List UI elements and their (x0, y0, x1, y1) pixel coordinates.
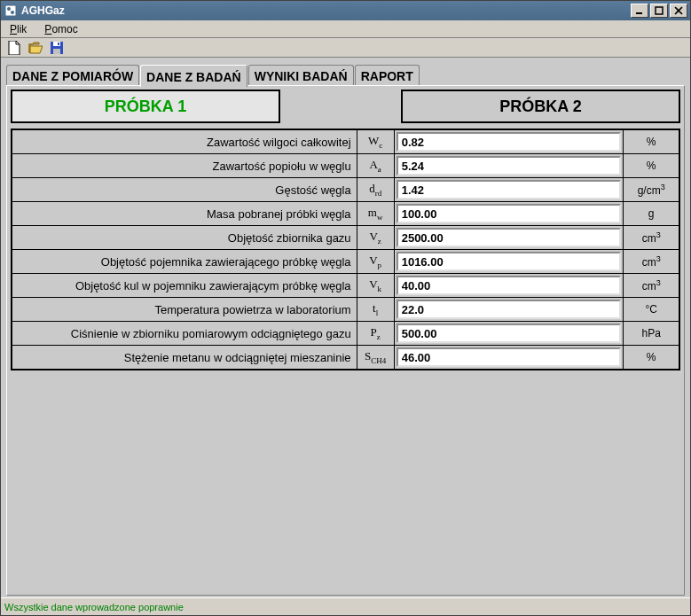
row-input-cell (394, 178, 624, 202)
table-row: Temperatura powietrza w laboratoriumtl°C (12, 298, 679, 322)
menu-bar: Plik Pomoc (1, 20, 690, 38)
svg-rect-9 (53, 49, 60, 54)
row-label: Ciśnienie w zbiorniku pomiarowym odciągn… (12, 322, 357, 346)
row-symbol: Vp (357, 250, 394, 274)
row-symbol: Pz (357, 322, 394, 346)
title-bar: AGHGaz (1, 1, 690, 20)
value-input[interactable] (397, 228, 622, 247)
value-input[interactable] (397, 204, 622, 223)
row-label: Temperatura powietrza w laboratorium (12, 298, 357, 322)
app-window: AGHGaz Plik Pomoc DANE Z POMIARÓW DANE Z… (0, 0, 691, 616)
row-symbol: tl (357, 298, 394, 322)
maximize-button[interactable] (650, 4, 668, 18)
row-unit: % (624, 129, 679, 154)
table-row: Masa pobranej próbki węglamwg (12, 202, 679, 226)
table-row: Gęstość węgladrdg/cm3 (12, 178, 679, 202)
row-input-cell (394, 274, 624, 298)
value-input[interactable] (397, 132, 622, 152)
row-input-cell (394, 154, 624, 178)
row-input-cell (394, 202, 624, 226)
row-label: Stężenie metanu w odciągniętej mieszanin… (12, 346, 357, 370)
content-area: DANE Z POMIARÓW DANE Z BADAŃ WYNIKI BADA… (1, 58, 690, 597)
svg-point-1 (7, 7, 11, 11)
row-unit: °C (624, 298, 679, 322)
table-row: Objętość zbiornika gazuVzcm3 (12, 226, 679, 250)
value-input[interactable] (397, 180, 622, 199)
table-row: Ciśnienie w zbiorniku pomiarowym odciągn… (12, 322, 679, 346)
svg-point-2 (11, 11, 14, 14)
table-row: Stężenie metanu w odciągniętej mieszanin… (12, 346, 679, 370)
toolbar (1, 38, 690, 58)
row-input-cell (394, 250, 624, 274)
tab-strip: DANE Z POMIARÓW DANE Z BADAŃ WYNIKI BADA… (6, 63, 685, 85)
row-input-cell (394, 346, 624, 370)
value-input[interactable] (397, 156, 622, 175)
close-button[interactable] (670, 4, 687, 18)
row-label: Zawartość popiołu w węglu (12, 154, 357, 178)
tab-pomiarow[interactable]: DANE Z POMIARÓW (6, 65, 139, 86)
row-label: Masa pobranej próbki węgla (12, 202, 357, 226)
svg-rect-4 (656, 7, 663, 14)
row-label: Zawartość wilgoci całkowitej (12, 129, 357, 154)
svg-rect-0 (5, 5, 16, 16)
save-icon[interactable] (49, 40, 65, 56)
table-row: Objętość pojemnika zawierającego próbkę … (12, 250, 679, 274)
row-symbol: Vk (357, 274, 394, 298)
table-row: Objętość kul w pojemniku zawierającym pr… (12, 274, 679, 298)
row-label: Gęstość węgla (12, 178, 357, 202)
row-unit: g (624, 202, 679, 226)
row-symbol: SCH4 (357, 346, 394, 370)
row-unit: cm3 (624, 274, 679, 298)
row-input-cell (394, 322, 624, 346)
open-icon[interactable] (27, 40, 43, 56)
row-unit: % (624, 346, 679, 370)
tab-panel: PRÓBKA 1 PRÓBKA 2 Zawartość wilgoci całk… (6, 85, 685, 596)
table-row: Zawartość popiołu w węgluAa% (12, 154, 679, 178)
row-unit: hPa (624, 322, 679, 346)
tab-raport[interactable]: RAPORT (355, 65, 420, 86)
sample-2-button[interactable]: PRÓBKA 2 (401, 90, 680, 123)
minimize-button[interactable] (631, 4, 648, 18)
status-text: Wszystkie dane wprowadzone poprawnie (4, 602, 184, 612)
value-input[interactable] (397, 252, 622, 271)
row-unit: cm3 (624, 250, 679, 274)
value-input[interactable] (397, 324, 622, 343)
row-symbol: Vz (357, 226, 394, 250)
status-bar: Wszystkie dane wprowadzone poprawnie (1, 597, 690, 615)
row-input-cell (394, 298, 624, 322)
row-symbol: drd (357, 178, 394, 202)
menu-help[interactable]: Pomoc (41, 21, 81, 37)
window-title: AGHGaz (21, 4, 631, 17)
row-symbol: mw (357, 202, 394, 226)
svg-rect-10 (58, 43, 59, 45)
row-label: Objętość kul w pojemniku zawierającym pr… (12, 274, 357, 298)
data-form-table: Zawartość wilgoci całkowitejWc%Zawartość… (11, 129, 680, 370)
value-input[interactable] (397, 347, 622, 367)
sample-selector: PRÓBKA 1 PRÓBKA 2 (11, 90, 680, 123)
row-unit: cm3 (624, 226, 679, 250)
tab-wyniki[interactable]: WYNIKI BADAŃ (248, 65, 354, 86)
tab-badan[interactable]: DANE Z BADAŃ (140, 65, 247, 87)
row-unit: g/cm3 (624, 178, 679, 202)
row-symbol: Wc (357, 129, 394, 154)
row-unit: % (624, 154, 679, 178)
new-icon[interactable] (6, 40, 22, 56)
row-label: Objętość pojemnika zawierającego próbkę … (12, 250, 357, 274)
row-input-cell (394, 129, 624, 154)
table-row: Zawartość wilgoci całkowitejWc% (12, 129, 679, 154)
sample-1-button[interactable]: PRÓBKA 1 (11, 90, 280, 123)
row-input-cell (394, 226, 624, 250)
window-buttons (631, 4, 687, 18)
app-icon (4, 4, 18, 18)
row-label: Objętość zbiornika gazu (12, 226, 357, 250)
row-symbol: Aa (357, 154, 394, 178)
value-input[interactable] (397, 276, 622, 295)
value-input[interactable] (397, 300, 622, 319)
menu-file[interactable]: Plik (6, 21, 30, 37)
